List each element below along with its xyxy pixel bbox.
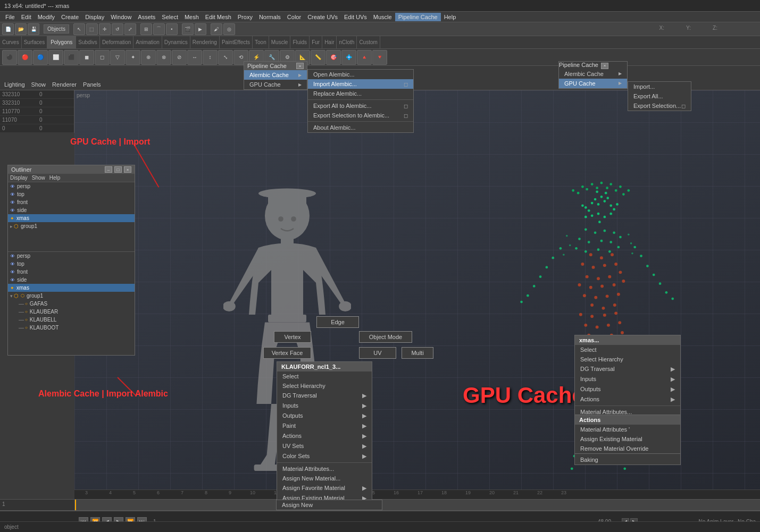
outliner-item-xmas2[interactable]: ✦ xmas	[8, 284, 135, 292]
pipeline-cache-close-btn[interactable]: ×	[296, 63, 304, 69]
tb-new[interactable]: 📄	[2, 23, 14, 35]
actions-remove-override[interactable]: Remove Material Override	[575, 444, 680, 453]
tb-snap-grid[interactable]: ⊞	[140, 23, 152, 35]
alembic-cache-menu-item[interactable]: Alembic Cache ▶	[244, 70, 307, 80]
multi-button[interactable]: Multi	[402, 347, 433, 359]
ctx-assign-fav[interactable]: Assign Favorite Material▶	[277, 483, 372, 493]
assign-new-item[interactable]: Assign New	[277, 500, 382, 510]
tab-fur[interactable]: Fur	[310, 36, 322, 48]
menu-normals[interactable]: Normals	[256, 13, 284, 21]
ico-btn-1[interactable]: ⚫	[2, 50, 17, 65]
gpu-export-all-item[interactable]: Export All...	[628, 91, 691, 101]
edge-button[interactable]: Edge	[316, 316, 359, 328]
menu-proxy[interactable]: Proxy	[235, 13, 256, 21]
outliner-item-klauboot[interactable]: — ○ KLAUBOOT	[8, 324, 135, 332]
tab-muscle[interactable]: Muscle	[269, 36, 291, 48]
show-menu[interactable]: Show	[31, 81, 46, 88]
ctx-right-baking[interactable]: Baking	[575, 455, 680, 465]
ctx-right-actions[interactable]: Actions▶	[575, 394, 680, 404]
outliner-item-side1[interactable]: 👁 side	[8, 206, 135, 214]
tb-rotate[interactable]: ↺	[112, 23, 123, 35]
ctx-right-outputs[interactable]: Outputs▶	[575, 384, 680, 394]
outliner-item-top2[interactable]: 👁 top	[8, 260, 135, 268]
ctx-material-attrs[interactable]: Material Attributes...	[277, 464, 372, 474]
menu-modify[interactable]: Modify	[35, 13, 58, 21]
outliner-item-gafas[interactable]: — ○ GAFAS	[8, 300, 135, 308]
ctx-outputs[interactable]: Outputs▶	[277, 411, 372, 421]
ctx-inputs[interactable]: Inputs▶	[277, 401, 372, 411]
menu-mesh[interactable]: Mesh	[181, 13, 202, 21]
ico-btn-3[interactable]: 🔵	[33, 50, 48, 65]
ico-btn-6[interactable]: ◼	[79, 50, 94, 65]
tb-select[interactable]: ↖	[73, 23, 85, 35]
outliner-item-group1-1[interactable]: ▸ ⬡ group1	[8, 222, 135, 230]
ico-btn-11[interactable]: ⊗	[156, 50, 171, 65]
time-slider-bar[interactable]	[74, 500, 760, 510]
tab-rendering[interactable]: Rendering	[190, 36, 220, 48]
panels-menu[interactable]: Panels	[83, 81, 101, 88]
tb-ipr[interactable]: ▶	[195, 23, 206, 35]
ctx-right-select-hierarchy[interactable]: Select Hierarchy	[575, 354, 680, 364]
renderer-menu[interactable]: Renderer	[52, 81, 77, 88]
outliner-item-persp2[interactable]: 👁 persp	[8, 252, 135, 260]
menu-help[interactable]: Help	[441, 13, 460, 21]
open-alembic-item[interactable]: Open Alembic...	[308, 70, 413, 79]
gpu-import-item[interactable]: Import...	[628, 82, 691, 91]
ico-btn-12[interactable]: ⊘	[172, 50, 187, 65]
menu-window[interactable]: Window	[107, 13, 135, 21]
tab-subdivs[interactable]: Subdivs	[76, 36, 100, 48]
outliner-item-klaubell[interactable]: — ○ KLAUBELL	[8, 316, 135, 324]
ico-btn-4[interactable]: ⬜	[48, 50, 63, 65]
ico-btn-2[interactable]: 🔴	[18, 50, 32, 65]
tab-custom[interactable]: Custom	[357, 36, 380, 48]
outliner-maximize-btn[interactable]: □	[114, 166, 122, 173]
tab-polygons[interactable]: Polygons	[47, 36, 76, 48]
ico-btn-24[interactable]: 🔺	[357, 50, 372, 65]
tb-scale[interactable]: ⤢	[124, 23, 136, 35]
outliner-item-front2[interactable]: 👁 front	[8, 268, 135, 276]
outliner-close-btn[interactable]: ×	[124, 166, 131, 173]
tab-curves[interactable]: Curves	[0, 36, 22, 48]
tb-save[interactable]: 💾	[28, 23, 39, 35]
outliner-item-side2[interactable]: 👁 side	[8, 276, 135, 284]
ico-btn-25[interactable]: 🔻	[372, 50, 387, 65]
tb-lasso[interactable]: ⬚	[86, 23, 98, 35]
outliner-minimize-btn[interactable]: –	[105, 166, 112, 173]
menu-muscle[interactable]: Muscle	[370, 13, 395, 21]
outliner-item-klaubear[interactable]: — ○ KLAUBEAR	[8, 308, 135, 316]
ctx-select-hierarchy[interactable]: Select Hierarchy	[277, 381, 372, 391]
ico-btn-5[interactable]: ⬛	[64, 50, 79, 65]
export-sel-alembic-item[interactable]: Export Selection to Alembic... ◻	[308, 111, 413, 120]
outliner-item-xmas1[interactable]: ✦ xmas	[8, 214, 135, 222]
vertex-button[interactable]: Vertex	[274, 331, 311, 343]
menu-color[interactable]: Color	[284, 13, 304, 21]
ctx-dg-traversal[interactable]: DG Traversal▶	[277, 391, 372, 401]
ico-btn-7[interactable]: ◻	[95, 50, 110, 65]
tab-hair[interactable]: Hair	[322, 36, 337, 48]
tb-render[interactable]: 🎬	[182, 23, 194, 35]
tb-soft[interactable]: ◎	[223, 23, 235, 35]
gpu-cache-menu-item[interactable]: GPU Cache ▶	[244, 80, 307, 89]
ico-btn-13[interactable]: ↔	[187, 50, 202, 65]
ctx-colorsets[interactable]: Color Sets▶	[277, 451, 372, 461]
menu-create[interactable]: Create	[58, 13, 82, 21]
tab-deformation[interactable]: Deformation	[100, 36, 133, 48]
tab-animation[interactable]: Animation	[133, 36, 162, 48]
menu-edituvs[interactable]: Edit UVs	[341, 13, 370, 21]
ctx-assign-new[interactable]: Assign New Material...	[277, 474, 372, 483]
ico-btn-8[interactable]: ▽	[110, 50, 125, 65]
tb-move[interactable]: ✛	[99, 23, 111, 35]
ctx-right-inputs[interactable]: Inputs▶	[575, 374, 680, 384]
outliner-item-persp1[interactable]: 👁 persp	[8, 182, 135, 190]
menu-createuvs[interactable]: Create UVs	[304, 13, 341, 21]
menu-pipeline-cache[interactable]: Pipeline Cache	[395, 13, 441, 21]
ico-btn-21[interactable]: 📏	[311, 50, 325, 65]
ctx-select[interactable]: Select	[277, 371, 372, 381]
tb-snap-point[interactable]: •	[166, 23, 178, 35]
lighting-menu[interactable]: Lighting	[4, 81, 25, 88]
actions-material-attrs[interactable]: Material Attributes '	[575, 425, 680, 434]
menu-edit[interactable]: Edit	[18, 13, 35, 21]
import-alembic-item[interactable]: Import Alembic... ◻	[308, 79, 413, 89]
ico-btn-15[interactable]: ⤡	[218, 50, 233, 65]
ctx-actions[interactable]: Actions▶	[277, 431, 372, 441]
